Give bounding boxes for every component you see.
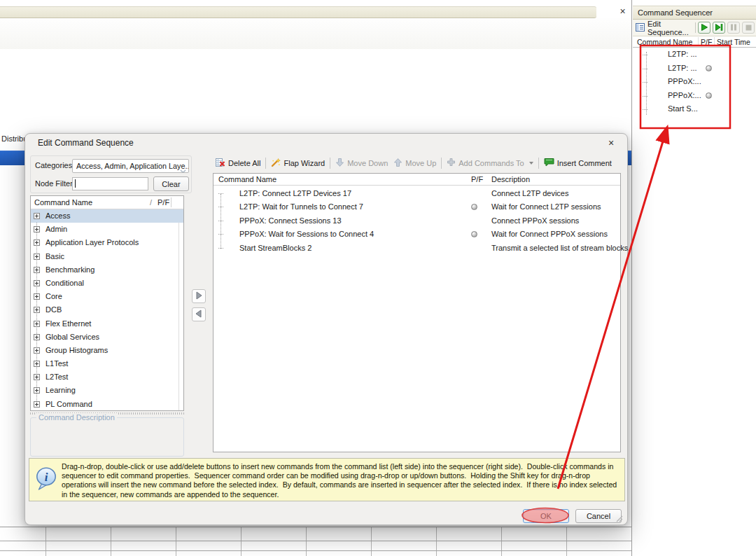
sequence-command-row[interactable]: PPPoX: Wait for Sessions to Connect 4Wai… xyxy=(214,228,620,241)
dialog-title: Edit Command Sequence xyxy=(38,138,134,148)
move-down-button[interactable]: Move Down xyxy=(332,158,391,169)
command-name-cell: Start StreamBlocks 2 xyxy=(239,242,312,255)
expander-plus-icon[interactable] xyxy=(34,267,40,273)
tree-item-global-services[interactable]: Global Services xyxy=(31,331,183,344)
command-name-cell: PPPoX: Wait for Sessions to Connect 4 xyxy=(239,228,374,241)
move-up-label: Move Up xyxy=(405,159,436,167)
tree-item-label: PL Command xyxy=(46,400,92,408)
edit-sequence-button[interactable]: Edit Sequence... xyxy=(633,21,693,35)
filter-group: Categories: Access, Admin, Application L… xyxy=(30,155,192,193)
tree-item-label: Admin xyxy=(46,225,67,233)
tree-column-pf[interactable]: P/F xyxy=(158,198,169,207)
tree-item-basic[interactable]: Basic xyxy=(31,250,183,263)
tree-item-admin[interactable]: Admin xyxy=(31,223,183,236)
sequencer-row[interactable]: L2TP: ... xyxy=(633,48,756,62)
tree-item-pl-command[interactable]: PL Command xyxy=(31,398,183,411)
tree-item-conditional[interactable]: Conditional xyxy=(31,277,183,290)
column-pf[interactable]: P/F xyxy=(471,175,483,183)
column-command-name[interactable]: Command Name xyxy=(637,38,692,46)
delete-all-button[interactable]: Delete All xyxy=(213,158,263,169)
expander-plus-icon[interactable] xyxy=(34,361,40,367)
add-commands-to-label: Add Commands To xyxy=(458,159,524,167)
tree-item-label: Conditional xyxy=(46,279,84,287)
pause-button[interactable] xyxy=(727,22,740,34)
pf-status-icon xyxy=(471,204,477,210)
tree-item-core[interactable]: Core xyxy=(31,290,183,303)
column-start-time[interactable]: Start Time xyxy=(717,38,750,46)
tree-item-learning[interactable]: Learning xyxy=(31,384,183,397)
expander-plus-icon[interactable] xyxy=(34,401,40,408)
move-down-icon xyxy=(335,158,344,169)
tree-item-group-histograms[interactable]: Group Histograms xyxy=(31,344,183,357)
tree-item-access[interactable]: Access xyxy=(31,209,183,223)
sequence-command-row[interactable]: PPPoX: Connect Sessions 13Connect PPPoX … xyxy=(214,214,620,228)
dialog-close-icon[interactable]: × xyxy=(601,136,622,151)
stop-button[interactable] xyxy=(742,22,755,34)
flap-wizard-label: Flap Wizard xyxy=(284,159,325,167)
add-to-sequence-button[interactable] xyxy=(192,289,206,303)
tree-item-l2test[interactable]: L2Test xyxy=(31,370,183,384)
clear-button[interactable]: Clear xyxy=(153,176,189,191)
flap-wizard-button[interactable]: Flap Wizard xyxy=(268,158,328,169)
expander-plus-icon[interactable] xyxy=(34,226,40,232)
pane-close-icon[interactable]: × xyxy=(616,6,629,18)
sequencer-row[interactable]: PPPoX:... xyxy=(633,89,756,103)
tree-column-command-name[interactable]: Command Name xyxy=(34,198,92,207)
run-to-end-button[interactable] xyxy=(713,22,725,34)
tree-item-benchmarking[interactable]: Benchmarking xyxy=(31,263,183,277)
sequencer-column-headers: Command Name P/F Start Time xyxy=(633,36,756,48)
sequencer-row[interactable]: L2TP: ... xyxy=(633,62,756,76)
move-up-button[interactable]: Move Up xyxy=(391,158,439,169)
ok-button[interactable]: OK xyxy=(523,509,569,523)
expander-plus-icon[interactable] xyxy=(34,213,40,219)
column-command-name[interactable]: Command Name xyxy=(218,175,276,183)
expander-plus-icon[interactable] xyxy=(34,321,40,327)
add-commands-to-button[interactable]: Add Commands To xyxy=(444,158,536,168)
stop-icon xyxy=(746,24,752,32)
sequencer-toolbar: Edit Sequence... xyxy=(633,20,756,36)
edit-command-sequence-dialog: Edit Command Sequence × Categories: Acce… xyxy=(24,133,628,525)
tree-item-application-layer-protocols[interactable]: Application Layer Protocols xyxy=(31,236,183,249)
info-icon: i xyxy=(36,467,57,492)
expander-plus-icon[interactable] xyxy=(34,253,40,260)
column-pf[interactable]: P/F xyxy=(701,38,712,46)
flap-wizard-icon xyxy=(271,158,281,169)
command-name-cell: PPPoX: Connect Sessions 13 xyxy=(239,214,342,228)
resize-grip[interactable] xyxy=(615,515,623,524)
sequencer-command-name: L2TP: ... xyxy=(668,62,697,76)
sequencer-panel-title: Command Sequencer xyxy=(633,6,756,20)
background-table-grid xyxy=(0,527,632,556)
column-description[interactable]: Description xyxy=(491,175,530,183)
expander-plus-icon[interactable] xyxy=(34,239,40,246)
expander-plus-icon[interactable] xyxy=(34,280,40,286)
sequencer-row[interactable]: Start S... xyxy=(633,102,756,116)
tree-item-dcb[interactable]: DCB xyxy=(31,303,183,317)
remove-from-sequence-button[interactable] xyxy=(192,307,206,321)
tree-item-label: DCB xyxy=(46,305,62,314)
move-down-label: Move Down xyxy=(347,159,388,167)
tree-item-flex-ethernet[interactable]: Flex Ethernet xyxy=(31,317,183,331)
expander-plus-icon[interactable] xyxy=(34,293,40,300)
pause-icon xyxy=(730,24,737,32)
expander-plus-icon[interactable] xyxy=(34,374,40,380)
categories-dropdown[interactable]: Access, Admin, Application Laye... xyxy=(72,159,189,173)
chevron-down-icon xyxy=(180,165,186,173)
edit-sequence-icon xyxy=(636,23,645,33)
sequencer-row[interactable]: PPPoX:... xyxy=(633,75,756,89)
sequencer-command-name: PPPoX:... xyxy=(668,75,701,89)
expander-plus-icon[interactable] xyxy=(34,387,40,394)
tree-dash-icon xyxy=(218,234,223,235)
command-description-label: Command Description xyxy=(36,413,117,422)
insert-comment-button[interactable]: Insert Comment xyxy=(541,158,615,168)
sequence-command-row[interactable]: Start StreamBlocks 2Transmit a selected … xyxy=(214,242,620,255)
expander-plus-icon[interactable] xyxy=(34,307,40,313)
tree-item-l1test[interactable]: L1Test xyxy=(31,357,183,370)
categories-label: Categories: xyxy=(35,161,74,169)
node-filter-input[interactable] xyxy=(72,177,148,190)
sequence-command-row[interactable]: L2TP: Wait for Tunnels to Connect 7Wait … xyxy=(214,200,620,214)
pf-status-icon xyxy=(471,231,477,237)
expander-plus-icon[interactable] xyxy=(34,347,40,354)
expander-plus-icon[interactable] xyxy=(34,334,40,340)
sequence-command-row[interactable]: L2TP: Connect L2TP Devices 17Connect L2T… xyxy=(214,187,620,200)
run-sequence-button[interactable] xyxy=(698,22,710,34)
